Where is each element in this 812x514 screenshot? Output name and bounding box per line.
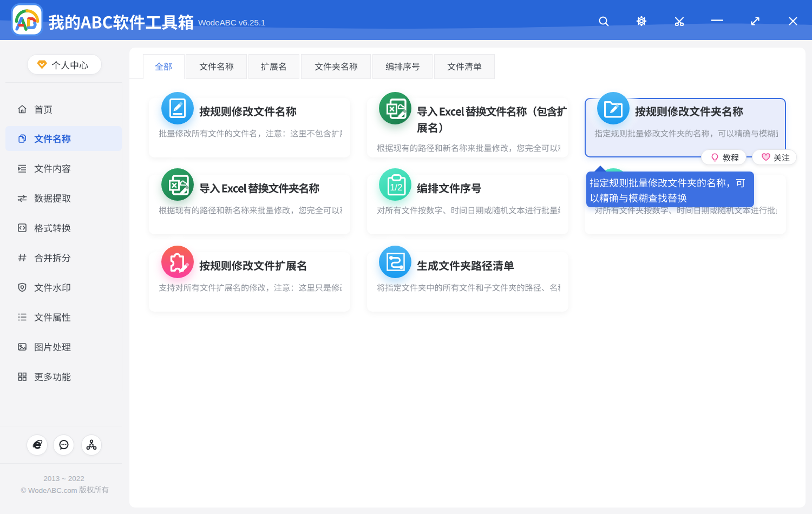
svg-text:1/2: 1/2 <box>390 182 402 192</box>
